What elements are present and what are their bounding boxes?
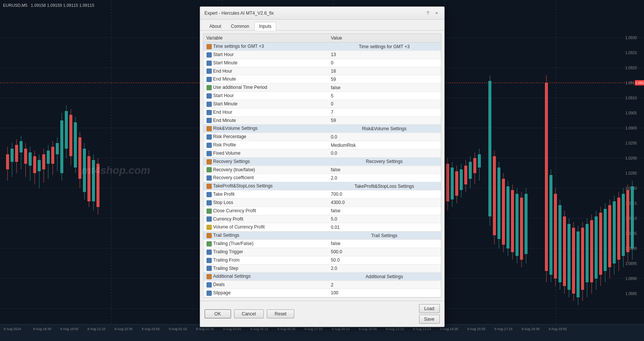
row-value[interactable]: false [328, 166, 441, 174]
row-value: Trail Settings [328, 231, 441, 240]
dialog-tabs: About Common Inputs [200, 20, 444, 30]
row-variable: Start Hour [203, 92, 328, 100]
row-icon [207, 159, 212, 164]
row-value[interactable]: false [328, 84, 441, 92]
row-icon [207, 77, 212, 82]
tab-common[interactable]: Common [226, 22, 254, 30]
row-value[interactable]: 13 [328, 50, 441, 59]
row-icon [207, 126, 212, 131]
row-value[interactable]: 0.0 [328, 133, 441, 141]
col-value-header: Value [328, 34, 441, 43]
row-variable: Start Hour [203, 50, 328, 59]
col-variable-header: Variable [203, 34, 328, 43]
row-variable: Recovery Settings [203, 157, 328, 166]
table-row: Trail SettingsTrail Settings [203, 231, 441, 240]
row-variable: Trailing (True/False) [203, 240, 328, 248]
table-row: Deals2 [203, 281, 441, 289]
row-icon [207, 184, 212, 189]
row-value[interactable]: 5.0 [328, 215, 441, 223]
row-value[interactable]: 0.0 [328, 149, 441, 157]
row-value[interactable]: 2.0 [328, 264, 441, 272]
row-variable: Recovery coefficient [203, 174, 328, 182]
row-variable: Risk Percentage [203, 133, 328, 141]
tab-about[interactable]: About [205, 22, 226, 30]
close-button[interactable]: × [434, 10, 440, 16]
table-row: Additional SettingsAdditional Settings [203, 272, 441, 281]
row-value[interactable]: 59 [328, 75, 441, 84]
row-value: Time settings for GMT +3 [328, 43, 441, 51]
table-row: Recovery coefficient2.0 [203, 174, 441, 182]
reset-button[interactable]: Reset [267, 309, 294, 318]
row-value[interactable]: 2 [328, 281, 441, 289]
row-variable: Risk Profile [203, 141, 328, 149]
row-icon [207, 134, 212, 140]
footer-right-actions: Load Save [419, 304, 440, 324]
table-row: Start Hour13 [203, 50, 441, 59]
row-value[interactable]: 5 [328, 92, 441, 100]
row-value[interactable]: MediumRisk [328, 141, 441, 149]
table-row: Risk ProfileMediumRisk [203, 141, 441, 149]
row-icon [207, 85, 212, 90]
row-variable: TakeProfit&StopLoss Settings [203, 182, 328, 190]
footer-left-buttons: OK Cancel Reset [205, 309, 295, 318]
row-value: TakeProfit&StopLoss Settings [328, 182, 441, 190]
table-row: Risk Percentage0.0 [203, 133, 441, 141]
table-row: Use additional Time Periodfalse [203, 84, 441, 92]
row-value[interactable]: 700.0 [328, 190, 441, 199]
params-table: Variable Value Time settings for GMT +3T… [203, 34, 441, 297]
row-value[interactable]: 0 [328, 100, 441, 108]
row-icon [207, 110, 212, 115]
row-value[interactable]: 2.0 [328, 174, 441, 182]
table-row: Trailing Step2.0 [203, 264, 441, 272]
row-value: Recovery Settings [328, 157, 441, 166]
row-icon [207, 282, 212, 288]
table-row: End Hour7 [203, 108, 441, 116]
row-variable: End Minute [203, 75, 328, 84]
row-icon [207, 143, 212, 148]
row-icon [207, 93, 212, 99]
ok-button[interactable]: OK [205, 309, 231, 318]
row-value[interactable]: 18 [328, 67, 441, 75]
row-value[interactable]: false [328, 240, 441, 248]
table-row: Recovery (true/false)false [203, 166, 441, 174]
row-icon [207, 52, 212, 58]
cancel-button[interactable]: Cancel [234, 309, 264, 318]
row-icon [207, 192, 212, 197]
row-variable: Fixed Volume [203, 149, 328, 157]
row-icon [207, 167, 212, 172]
tab-inputs[interactable]: Inputs [254, 22, 277, 30]
row-value[interactable]: 50.0 [328, 256, 441, 264]
table-row: Start Minute0 [203, 100, 441, 108]
table-row: Trailing Trigger500.0 [203, 248, 441, 256]
row-icon [207, 241, 212, 247]
row-value[interactable]: 4300.0 [328, 198, 441, 207]
table-row: Trailing From50.0 [203, 256, 441, 264]
row-variable: Stop Loss [203, 198, 328, 207]
row-value[interactable]: 100 [328, 289, 441, 297]
row-value[interactable]: 0.01 [328, 223, 441, 231]
save-button[interactable]: Save [419, 315, 440, 324]
row-value[interactable]: 7 [328, 108, 441, 116]
row-variable: Additional Settings [203, 272, 328, 281]
row-variable: Recovery (true/false) [203, 166, 328, 174]
help-button[interactable]: ? [425, 10, 431, 16]
row-icon [207, 151, 212, 156]
table-row: Time settings for GMT +3Time settings fo… [203, 43, 441, 51]
expert-dialog: Expert - Hercules AI MT4_V2.6_fix ? × Ab… [200, 6, 445, 327]
row-value[interactable]: 0 [328, 59, 441, 67]
row-icon [207, 266, 212, 271]
row-value[interactable]: 59 [328, 116, 441, 125]
row-variable: End Minute [203, 116, 328, 125]
table-row: End Hour18 [203, 67, 441, 75]
row-value[interactable]: 500.0 [328, 248, 441, 256]
table-row: Volume of Currency Profit0.01 [203, 223, 441, 231]
row-icon [207, 250, 212, 255]
row-icon [207, 209, 212, 214]
row-value[interactable]: false [328, 207, 441, 215]
params-table-container[interactable]: Variable Value Time settings for GMT +3T… [203, 33, 441, 298]
row-variable: Trail Settings [203, 231, 328, 240]
table-row: Start Hour5 [203, 92, 441, 100]
load-button[interactable]: Load [419, 304, 440, 313]
dialog-content: Variable Value Time settings for GMT +3T… [200, 30, 444, 301]
row-variable: Currency Profit [203, 215, 328, 223]
